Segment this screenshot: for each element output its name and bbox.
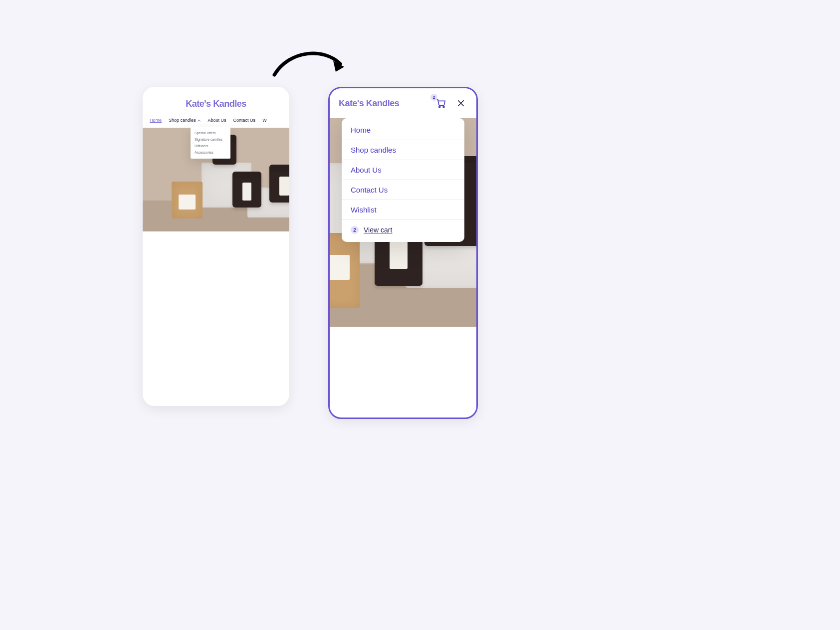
nav-shop-candles[interactable]: Shop candles: [169, 118, 201, 123]
nav-about[interactable]: About Us: [208, 118, 226, 123]
nav-wishlist-truncated[interactable]: W: [262, 118, 267, 123]
dropdown-item-accessories[interactable]: Accessories: [191, 149, 230, 156]
view-cart-link[interactable]: View cart: [364, 226, 392, 234]
nav-shop-label: Shop candles: [169, 118, 196, 123]
svg-point-0: [439, 106, 440, 108]
dropdown-item-signature-candles[interactable]: Signature candles: [191, 136, 230, 143]
phone-frame-after: Kate's Kandles 2: [328, 87, 478, 419]
topbar: Kate's Kandles 2: [330, 88, 476, 118]
dropdown-item-diffusers[interactable]: Diffusers: [191, 143, 230, 149]
phone-frame-before: Kate's Kandles Home Shop candles About U…: [143, 87, 289, 406]
close-icon: [456, 99, 465, 108]
close-button[interactable]: [454, 97, 467, 110]
menu-item-view-cart[interactable]: 2 View cart: [342, 220, 464, 240]
dropdown-item-special-offers[interactable]: Special offers: [191, 130, 230, 136]
transition-arrow: [269, 45, 349, 85]
cart-count-badge: 2: [351, 226, 359, 234]
cart-icon: [435, 98, 446, 109]
chevron-up-icon: [198, 119, 201, 122]
svg-point-1: [443, 106, 444, 108]
cart-button[interactable]: 2: [435, 98, 446, 109]
brand-title: Kate's Kandles: [339, 98, 435, 109]
shop-dropdown: Special offers Signature candles Diffuse…: [191, 127, 230, 159]
menu-item-home[interactable]: Home: [342, 120, 464, 140]
navbar: Home Shop candles About Us Contact Us W: [143, 114, 289, 127]
brand-title: Kate's Kandles: [143, 99, 289, 109]
menu-item-contact[interactable]: Contact Us: [342, 180, 464, 200]
cart-count-badge: 2: [430, 94, 437, 101]
nav-panel: Home Shop candles About Us Contact Us Wi…: [342, 118, 464, 242]
nav-home[interactable]: Home: [150, 118, 162, 123]
menu-item-wishlist[interactable]: Wishlist: [342, 200, 464, 220]
menu-item-about[interactable]: About Us: [342, 160, 464, 180]
nav-contact[interactable]: Contact Us: [233, 118, 256, 123]
menu-item-shop-candles[interactable]: Shop candles: [342, 140, 464, 160]
